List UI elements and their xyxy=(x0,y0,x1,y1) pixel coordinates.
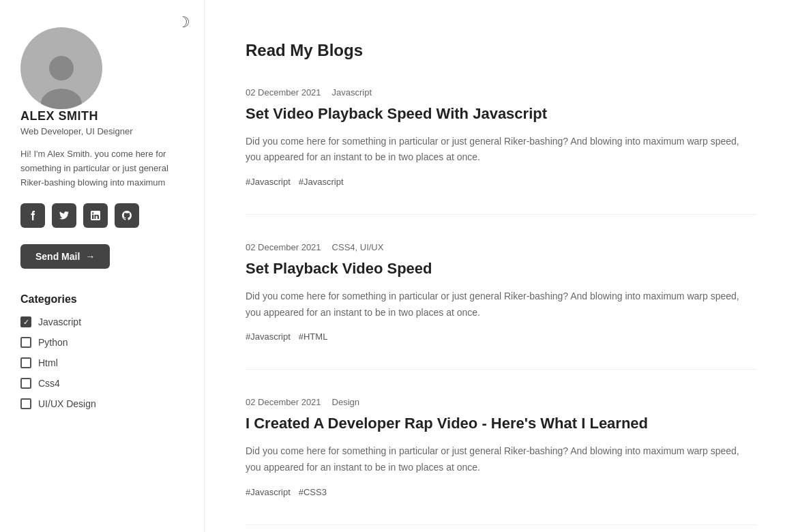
post-tags-3: #Javascript #CSS3 xyxy=(246,487,757,497)
checkbox-javascript[interactable] xyxy=(20,316,31,327)
author-bio: Hi! I'm Alex Smith. you come here for so… xyxy=(20,147,183,190)
social-links xyxy=(20,203,183,228)
post-excerpt-2: Did you come here for something in parti… xyxy=(246,289,757,321)
post-category-1: Javascript xyxy=(332,87,372,98)
post-category-2: CSS4, UI/UX xyxy=(332,242,384,252)
post-meta-3: 02 December 2021 Design xyxy=(246,397,757,407)
facebook-button[interactable] xyxy=(20,203,45,228)
facebook-icon xyxy=(28,211,38,220)
post-tags-2: #Javascript #HTML xyxy=(246,331,757,342)
post-date-1: 02 December 2021 xyxy=(246,87,321,98)
post-date-2: 02 December 2021 xyxy=(246,242,321,252)
post-tag-1-1: #Javascript xyxy=(299,177,344,187)
sidebar: ☽ ALEX SMITH Web Developer, UI Designer … xyxy=(0,0,205,532)
main-content: Read My Blogs 02 December 2021 Javascrip… xyxy=(205,0,798,532)
post-tag-3-0: #Javascript xyxy=(246,487,291,497)
post-title-2[interactable]: Set Playback Video Speed xyxy=(246,259,757,279)
twitter-button[interactable] xyxy=(52,203,76,228)
svg-point-0 xyxy=(49,56,74,80)
checkbox-css4[interactable] xyxy=(20,378,31,389)
post-date-3: 02 December 2021 xyxy=(246,397,321,407)
avatar xyxy=(20,27,102,109)
author-name: ALEX SMITH xyxy=(20,109,183,123)
category-css4[interactable]: Css4 xyxy=(20,378,183,389)
twitter-icon xyxy=(59,211,69,220)
post-excerpt-1: Did you come here for something in parti… xyxy=(246,134,757,166)
post-excerpt-3: Did you come here for something in parti… xyxy=(246,443,757,476)
github-button[interactable] xyxy=(115,203,139,228)
linkedin-button[interactable] xyxy=(83,203,108,228)
post-tag-1-0: #Javascript xyxy=(246,177,291,187)
post-tags-1: #Javascript #Javascript xyxy=(246,177,757,187)
checkbox-html[interactable] xyxy=(20,357,31,368)
blog-post-2: 02 December 2021 CSS4, UI/UX Set Playbac… xyxy=(246,242,757,370)
category-html[interactable]: Html xyxy=(20,357,183,368)
post-tag-2-1: #HTML xyxy=(299,331,328,342)
avatar-image xyxy=(31,48,92,109)
category-python[interactable]: Python xyxy=(20,337,183,348)
svg-point-1 xyxy=(41,89,82,109)
category-javascript[interactable]: Javascript xyxy=(20,316,183,327)
arrow-right-icon: → xyxy=(85,251,95,262)
post-category-3: Design xyxy=(332,397,359,407)
linkedin-icon xyxy=(91,211,100,220)
categories-title: Categories xyxy=(20,293,183,306)
checkbox-uiux[interactable] xyxy=(20,398,31,409)
post-title-3[interactable]: I Created A Developer Rap Video - Here's… xyxy=(246,414,757,434)
github-icon xyxy=(122,211,132,220)
author-title: Web Developer, UI Designer xyxy=(20,126,183,136)
post-title-1[interactable]: Set Video Playback Speed With Javascript xyxy=(246,104,757,124)
post-tag-3-1: #CSS3 xyxy=(299,487,327,497)
post-meta-1: 02 December 2021 Javascript xyxy=(246,87,757,98)
theme-toggle-button[interactable]: ☽ xyxy=(177,14,190,31)
send-mail-button[interactable]: Send Mail → xyxy=(20,244,110,269)
checkbox-python[interactable] xyxy=(20,337,31,348)
post-tag-2-0: #Javascript xyxy=(246,331,291,342)
page-title: Read My Blogs xyxy=(246,41,757,60)
blog-post-1: 02 December 2021 Javascript Set Video Pl… xyxy=(246,87,757,215)
send-mail-label: Send Mail xyxy=(35,251,80,262)
blog-post-3: 02 December 2021 Design I Created A Deve… xyxy=(246,397,757,524)
categories-list: Javascript Python Html Css4 UI/UX Design xyxy=(20,316,183,409)
post-meta-2: 02 December 2021 CSS4, UI/UX xyxy=(246,242,757,252)
category-uiux[interactable]: UI/UX Design xyxy=(20,398,183,409)
